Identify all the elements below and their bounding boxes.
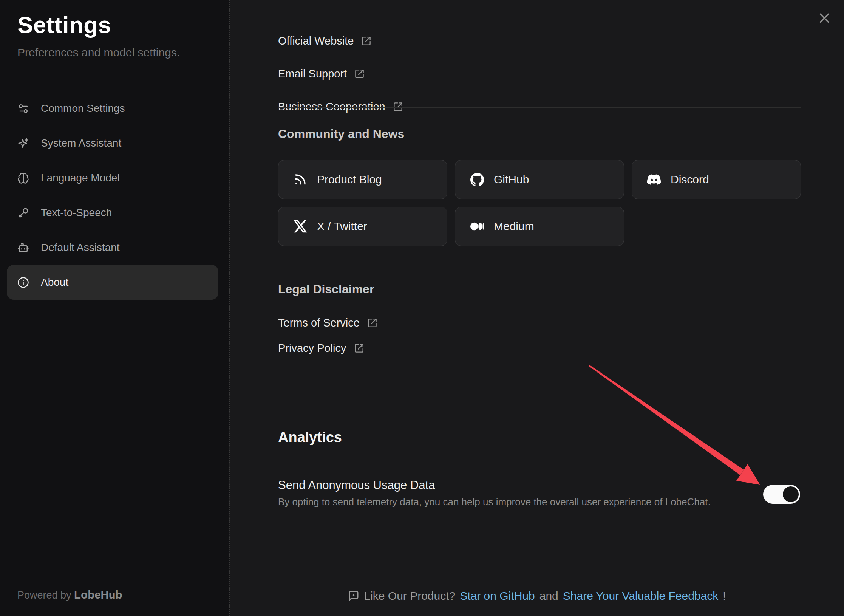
share-feedback-link[interactable]: Share Your Valuable Feedback — [563, 590, 718, 602]
external-link-icon — [361, 36, 371, 46]
external-link-icon — [354, 343, 364, 353]
footer-prefix: Like Our Product? — [364, 590, 455, 602]
community-buttons: Product Blog GitHub Discord X / Twitter — [278, 160, 801, 246]
external-link-icon — [393, 102, 403, 112]
sidebar-item-text-to-speech[interactable]: Text-to-Speech — [7, 195, 218, 230]
settings-sidebar: Settings Preferences and model settings.… — [0, 0, 230, 616]
usage-data-description: By opting to send telemetry data, you ca… — [278, 496, 711, 508]
sidebar-item-language-model[interactable]: Language Model — [7, 161, 218, 195]
close-button[interactable] — [815, 8, 834, 28]
link-business-cooperation[interactable]: Business Cooperation — [278, 101, 403, 113]
settings-modal: Settings Preferences and model settings.… — [0, 0, 844, 616]
brain-icon — [17, 172, 29, 184]
sidebar-item-label: Default Assistant — [41, 241, 120, 254]
link-email-support[interactable]: Email Support — [278, 68, 365, 80]
star-on-github-link[interactable]: Star on GitHub — [460, 590, 535, 602]
sidebar-item-label: Common Settings — [41, 102, 125, 115]
link-label: Email Support — [278, 68, 347, 80]
sidebar-item-common-settings[interactable]: Common Settings — [7, 91, 218, 126]
community-heading: Community and News — [278, 127, 404, 141]
sidebar-item-about[interactable]: About — [7, 265, 218, 300]
powered-by: Powered by LobeHub — [17, 589, 122, 601]
sidebar-item-label: Language Model — [41, 172, 120, 184]
button-label: X / Twitter — [317, 220, 367, 233]
settings-icon — [17, 103, 29, 115]
sidebar-item-default-assistant[interactable]: Default Assistant — [7, 230, 218, 265]
info-icon — [17, 277, 29, 288]
usage-data-label: Send Anonymous Usage Data — [278, 478, 435, 492]
analytics-heading: Analytics — [278, 429, 342, 446]
github-icon — [470, 173, 484, 186]
discord-icon — [647, 173, 661, 186]
link-terms-of-service[interactable]: Terms of Service — [278, 317, 377, 329]
sidebar-item-label: About — [41, 276, 68, 288]
external-link-icon — [367, 318, 377, 328]
bot-icon — [17, 242, 29, 254]
section-divider — [278, 263, 801, 263]
sparkles-icon — [17, 138, 29, 149]
product-blog-button[interactable]: Product Blog — [278, 160, 447, 199]
button-label: Product Blog — [317, 173, 382, 186]
lobehub-brand: LobeHub — [74, 589, 122, 601]
x-twitter-button[interactable]: X / Twitter — [278, 207, 447, 246]
toggle-knob — [783, 486, 799, 502]
button-label: Discord — [671, 173, 709, 186]
page-subtitle: Preferences and model settings. — [17, 46, 180, 59]
link-privacy-policy[interactable]: Privacy Policy — [278, 342, 364, 354]
sidebar-nav: Common Settings System Assistant Languag… — [7, 91, 218, 300]
sidebar-item-system-assistant[interactable]: System Assistant — [7, 126, 218, 161]
link-label: Official Website — [278, 35, 354, 47]
feedback-bubble-icon — [348, 590, 359, 602]
link-label: Business Cooperation — [278, 101, 385, 113]
github-button[interactable]: GitHub — [455, 160, 624, 199]
link-official-website[interactable]: Official Website — [278, 35, 371, 47]
page-title: Settings — [17, 11, 111, 38]
main-footer: Like Our Product? Star on GitHub and Sha… — [230, 590, 844, 602]
medium-icon — [470, 220, 484, 233]
button-label: Medium — [494, 220, 534, 233]
usage-data-toggle[interactable] — [763, 485, 800, 504]
settings-content: Contact Us Official Website Email Suppor… — [230, 0, 844, 616]
link-label: Privacy Policy — [278, 342, 346, 354]
medium-button[interactable]: Medium — [455, 207, 624, 246]
legal-heading: Legal Disclaimer — [278, 282, 374, 296]
sidebar-item-label: System Assistant — [41, 137, 121, 149]
sidebar-item-label: Text-to-Speech — [41, 207, 112, 219]
rss-icon — [294, 173, 307, 186]
external-link-icon — [354, 69, 365, 79]
button-label: GitHub — [494, 173, 529, 186]
powered-by-text: Powered by — [17, 590, 71, 601]
footer-middle: and — [539, 590, 558, 602]
mic-icon — [17, 207, 29, 219]
section-divider — [278, 107, 801, 108]
section-divider — [278, 463, 801, 463]
link-label: Terms of Service — [278, 317, 360, 329]
discord-button[interactable]: Discord — [632, 160, 801, 199]
footer-suffix: ! — [723, 590, 726, 602]
x-icon — [294, 220, 307, 233]
contact-heading: Contact Us — [278, 0, 342, 1]
